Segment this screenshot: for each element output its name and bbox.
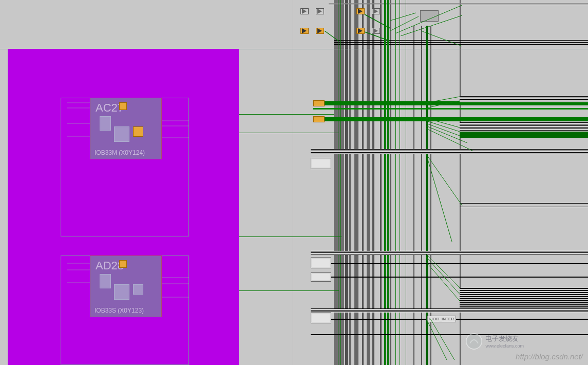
net-bus-wide bbox=[460, 131, 588, 138]
buffer-icon bbox=[302, 28, 307, 33]
bus-dense bbox=[460, 122, 588, 132]
routing-channel bbox=[430, 26, 431, 365]
net-wire bbox=[334, 44, 588, 45]
bel-cell[interactable] bbox=[100, 274, 111, 288]
brand-text: 电子发烧友 www.elecfans.com bbox=[485, 334, 524, 349]
net-wire bbox=[460, 203, 588, 204]
net-wire bbox=[311, 277, 588, 278]
iob-internals bbox=[100, 116, 151, 144]
svg-line-12 bbox=[426, 154, 462, 206]
interconnect-tile[interactable] bbox=[311, 257, 331, 268]
net-wire bbox=[311, 263, 588, 264]
svg-line-17 bbox=[426, 319, 447, 360]
net-wire bbox=[329, 3, 588, 4]
watermark-url: http://blog.csdn.net/ bbox=[516, 352, 583, 361]
brand-logo-icon bbox=[466, 333, 482, 350]
routing-channel bbox=[421, 26, 422, 365]
svg-line-0 bbox=[390, 13, 416, 21]
interconnect-label: LIOI3_INTER bbox=[427, 316, 456, 322]
watermark-brand: 电子发烧友 www.elecfans.com bbox=[466, 333, 524, 350]
interconnect-tile[interactable] bbox=[311, 312, 331, 323]
svg-point-36 bbox=[466, 334, 482, 349]
net-wire bbox=[460, 207, 588, 207]
iob-used-marker bbox=[119, 260, 127, 268]
buffer-icon bbox=[302, 9, 307, 14]
bus-dense bbox=[311, 251, 588, 255]
device-view-canvas[interactable]: LIOI3_INTER AC27 IOB33M (X0Y124) AD28 IO… bbox=[0, 0, 588, 365]
pad-used[interactable] bbox=[313, 100, 325, 106]
interconnect-tile[interactable] bbox=[311, 272, 331, 282]
bel-cell[interactable] bbox=[114, 126, 129, 142]
iob-tile-ad28[interactable]: AD28 IOB33S (X0Y123) bbox=[90, 256, 162, 317]
net-wire-active bbox=[426, 26, 428, 365]
svg-line-18 bbox=[430, 319, 454, 360]
iob-tile-ac27[interactable]: AC27 IOB33M (X0Y124) bbox=[90, 98, 162, 159]
buffer-icon bbox=[317, 9, 322, 14]
net-wire bbox=[334, 42, 588, 43]
bel-cell[interactable] bbox=[100, 116, 111, 131]
interconnect-tile[interactable] bbox=[311, 158, 331, 169]
bel-cell-used[interactable] bbox=[133, 126, 143, 137]
net-wire bbox=[329, 5, 588, 5]
net-bus bbox=[324, 117, 588, 121]
iob-site-label: IOB33M (X0Y124) bbox=[94, 149, 145, 156]
buffer-icon bbox=[373, 9, 378, 14]
buffer-icon bbox=[358, 9, 363, 14]
macro-block[interactable] bbox=[420, 10, 439, 22]
bel-cell[interactable] bbox=[133, 284, 143, 295]
column-divider bbox=[293, 0, 293, 365]
routing-channel bbox=[413, 26, 414, 365]
buffer-icon bbox=[317, 28, 322, 33]
buffer-icon bbox=[358, 28, 363, 33]
net-bus bbox=[313, 108, 588, 110]
net-wire bbox=[311, 334, 588, 335]
buffer-icon bbox=[373, 28, 378, 33]
bus-dense bbox=[311, 308, 588, 313]
bus-dense bbox=[460, 288, 588, 308]
pad-used[interactable] bbox=[313, 116, 325, 122]
iob-used-marker bbox=[119, 102, 127, 110]
bus-dense bbox=[311, 149, 588, 154]
bel-cell[interactable] bbox=[114, 284, 129, 300]
bus-dense bbox=[460, 96, 588, 102]
net-wire bbox=[334, 40, 588, 41]
iob-internals bbox=[100, 274, 151, 302]
iob-site-label: IOB33S (X0Y123) bbox=[94, 307, 144, 314]
